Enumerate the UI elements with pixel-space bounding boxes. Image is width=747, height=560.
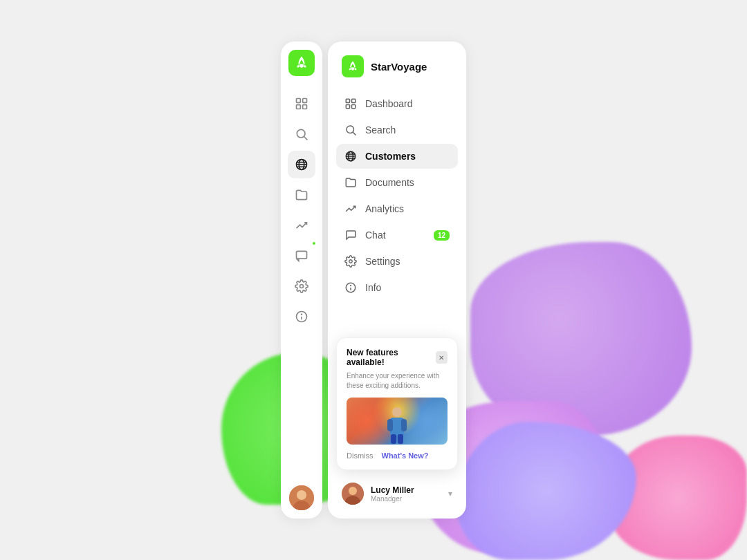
info-icon (295, 310, 308, 324)
menu-header: StarVoyage (336, 55, 458, 77)
menu-search-icon (344, 124, 357, 136)
whats-new-button[interactable]: What's New? (382, 451, 429, 460)
svg-rect-39 (398, 434, 403, 444)
menu-item-settings-label: Settings (365, 256, 400, 267)
svg-rect-21 (346, 105, 349, 109)
svg-rect-19 (346, 99, 349, 102)
svg-line-24 (353, 132, 356, 135)
chat-icon (295, 249, 308, 263)
chevron-down-icon: ▾ (448, 489, 452, 498)
svg-point-12 (300, 285, 304, 288)
menu-grid-icon (344, 97, 357, 110)
folder-icon (295, 188, 308, 202)
notification-description: Enhance your experience with these excit… (347, 371, 448, 391)
svg-point-4 (297, 129, 305, 138)
notification-actions: Dismiss What's New? (347, 451, 448, 460)
notification-title: New features available! (347, 348, 436, 367)
sidebar-item-chat[interactable] (288, 242, 315, 270)
svg-rect-20 (352, 99, 356, 102)
settings-icon (295, 279, 308, 293)
svg-rect-1 (303, 99, 307, 103)
sidebar-item-search[interactable] (288, 120, 315, 148)
svg-rect-38 (391, 434, 396, 444)
menu-info-icon (344, 281, 357, 294)
menu-item-info-label: Info (365, 282, 381, 293)
rocket-icon (294, 55, 309, 71)
notification-figure (383, 407, 411, 445)
chat-sidebar-badge (311, 241, 317, 246)
sidebar-item-analytics[interactable] (288, 212, 315, 239)
svg-line-5 (304, 137, 308, 140)
menu-item-chat[interactable]: Chat 12 (336, 223, 458, 248)
chat-badge: 12 (434, 230, 450, 241)
menu-item-settings[interactable]: Settings (336, 249, 458, 274)
svg-rect-37 (401, 419, 407, 431)
notification-image (347, 398, 448, 445)
svg-rect-3 (303, 105, 307, 109)
menu-item-dashboard[interactable]: Dashboard (336, 91, 458, 116)
svg-rect-36 (387, 419, 393, 431)
svg-point-17 (297, 490, 306, 500)
sidebar-item-documents[interactable] (288, 181, 315, 209)
chart-icon (295, 218, 308, 232)
sidebar-item-dashboard[interactable] (288, 90, 315, 118)
notification-header: New features available! ✕ (347, 348, 448, 367)
blob-lavender (456, 422, 636, 560)
user-avatar (342, 483, 364, 505)
svg-rect-22 (352, 105, 356, 109)
user-avatar-image (342, 483, 364, 505)
sidebar-item-customers[interactable] (288, 151, 315, 178)
svg-rect-2 (297, 105, 301, 109)
menu-panel: StarVoyage Dashboard Search (328, 41, 466, 519)
menu-chart-icon (344, 203, 357, 215)
menu-item-dashboard-label: Dashboard (365, 98, 413, 109)
svg-rect-11 (297, 251, 307, 259)
notification-close-button[interactable]: ✕ (436, 351, 448, 364)
user-role: Manadger (371, 495, 441, 503)
menu-item-search-label: Search (365, 124, 396, 136)
menu-item-documents[interactable]: Documents (336, 170, 458, 195)
user-footer[interactable]: Lucy Miller Manadger ▾ (336, 477, 458, 507)
menu-nav: Dashboard Search Customers (336, 91, 458, 300)
svg-point-23 (347, 126, 354, 133)
sidebar-logo[interactable] (288, 50, 315, 76)
user-name: Lucy Miller (371, 485, 441, 495)
menu-item-customers-label: Customers (365, 151, 416, 162)
sidebar-item-info[interactable] (288, 303, 315, 330)
menu-item-search[interactable]: Search (336, 118, 458, 142)
svg-rect-0 (297, 99, 301, 103)
svg-point-30 (349, 260, 353, 263)
globe-icon (295, 158, 308, 171)
user-info: Lucy Miller Manadger (371, 485, 441, 503)
menu-globe-icon (344, 150, 357, 162)
dismiss-button[interactable]: Dismiss (347, 451, 374, 460)
svg-point-34 (392, 407, 402, 417)
menu-item-analytics[interactable]: Analytics (336, 196, 458, 221)
app-container: StarVoyage Dashboard Search (281, 41, 466, 519)
sidebar-avatar[interactable] (289, 485, 314, 510)
grid-icon (295, 97, 308, 111)
sidebar-item-settings[interactable] (288, 272, 315, 300)
menu-logo (342, 55, 364, 77)
svg-point-41 (349, 487, 357, 495)
avatar-image (289, 485, 314, 510)
menu-item-info[interactable]: Info (336, 275, 458, 300)
app-title: StarVoyage (371, 61, 427, 73)
menu-folder-icon (344, 176, 357, 189)
menu-chat-icon (344, 229, 357, 241)
menu-settings-icon (344, 255, 357, 268)
menu-item-chat-label: Chat (365, 230, 386, 241)
search-icon (295, 127, 308, 141)
menu-item-documents-label: Documents (365, 177, 414, 188)
menu-item-customers[interactable]: Customers (336, 144, 458, 169)
menu-item-analytics-label: Analytics (365, 203, 404, 214)
icon-sidebar (281, 41, 322, 519)
menu-rocket-icon (347, 60, 359, 73)
notification-popup: New features available! ✕ Enhance your e… (336, 337, 458, 470)
person-figure-icon (383, 407, 411, 445)
